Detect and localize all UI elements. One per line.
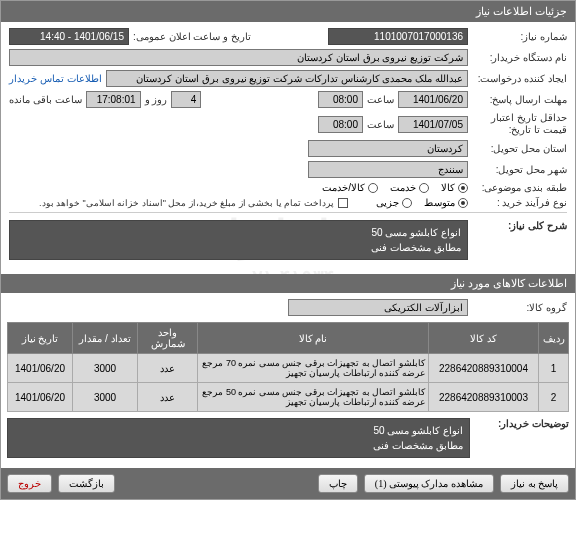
goods-table: ردیف کد کالا نام کالا واحد شمارش تعداد /… [7,322,569,412]
table-row[interactable]: 1 2286420889310004 کابلشو اتصال به تجهیز… [8,354,569,383]
deadline-label: مهلت ارسال پاسخ: [472,94,567,106]
radio-service[interactable]: خدمت [390,182,429,193]
pay-note: پرداخت تمام یا بخشی از مبلغ خرید،از محل … [39,198,334,208]
respond-button[interactable]: پاسخ به نیاز [500,474,569,493]
goods-section-title: اطلاعات کالاهای مورد نیاز [1,274,575,293]
treasury-checkbox[interactable] [338,198,348,208]
col-code: کد کالا [429,323,539,354]
deadline-time-label: ساعت [367,94,394,105]
city-label: شهر محل تحویل: [472,164,567,175]
desc-box: انواع کابلشو مسی 50 مطابق مشخصات فنی [9,220,468,260]
group-value: ابزارآلات الکتریکی [288,299,468,316]
deadline-time: 08:00 [318,91,363,108]
remain-days-label: روز و [145,94,168,105]
validity-time: 08:00 [318,116,363,133]
exit-button[interactable]: خروج [7,474,52,493]
page-title-bar: جزئیات اطلاعات نیاز [1,1,575,22]
creator-label: ایجاد کننده درخواست: [472,73,567,84]
footer-toolbar: پاسخ به نیاز مشاهده مدارک پیوستی (1) چاپ… [1,468,575,499]
announce-value: 1401/06/15 - 14:40 [9,28,129,45]
number-value: 1101007017000136 [328,28,468,45]
print-button[interactable]: چاپ [318,474,358,493]
remain-time: 17:08:01 [86,91,141,108]
category-radios: کالا خدمت کالا/خدمت [322,182,468,193]
page-title: جزئیات اطلاعات نیاز [476,5,567,17]
creator-value: عبدالله ملک محمدی کارشناس تدارکات شرکت ت… [106,70,468,87]
contact-link[interactable]: اطلاعات تماس خریدار [9,73,102,84]
attachments-button[interactable]: مشاهده مدارک پیوستی (1) [364,474,494,493]
process-radios: متوسط جزیی [376,197,468,208]
org-value: شرکت توزیع نیروی برق استان کردستان [9,49,468,66]
col-date: تاریخ نیاز [8,323,73,354]
city-value: سنندج [308,161,468,178]
announce-label: تاریخ و ساعت اعلان عمومی: [133,31,251,42]
validity-time-label: ساعت [367,119,394,130]
remain-days: 4 [171,91,201,108]
group-label: گروه کالا: [472,302,567,313]
radio-mid[interactable]: متوسط [424,197,468,208]
table-row[interactable]: 2 2286420889310003 کابلشو اتصال به تجهیز… [8,383,569,412]
category-label: طبقه بندی موضوعی: [472,182,567,193]
number-label: شماره نیاز: [472,31,567,42]
back-button[interactable]: بازگشت [58,474,115,493]
remain-label: ساعت باقی مانده [9,94,82,105]
validity-label: حداقل تاریخ اعتبار قیمت تا تاریخ: [472,112,567,136]
deadline-date: 1401/06/20 [398,91,468,108]
col-unit: واحد شمارش [138,323,198,354]
col-qty: تعداد / مقدار [73,323,138,354]
validity-date: 1401/07/05 [398,116,468,133]
province-value: کردستان [308,140,468,157]
buyer-note-label: توضیحات خریدار: [474,418,569,429]
radio-both[interactable]: کالا/خدمت [322,182,378,193]
desc-label: شرح کلی نیاز: [472,220,567,231]
col-name: نام کالا [198,323,429,354]
org-label: نام دستگاه خریدار: [472,52,567,63]
process-label: نوع فرآیند خرید : [472,197,567,208]
radio-goods[interactable]: کالا [441,182,468,193]
radio-part[interactable]: جزیی [376,197,412,208]
province-label: استان محل تحویل: [472,143,567,154]
buyer-note-box: انواع کابلشو مسی 50 مطابق مشخصات فنی [7,418,470,458]
col-idx: ردیف [539,323,569,354]
